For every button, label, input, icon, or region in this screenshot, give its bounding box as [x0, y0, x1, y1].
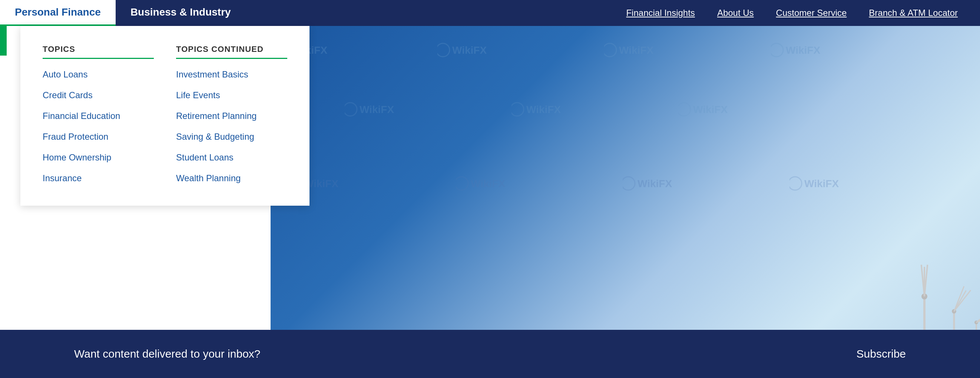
svg-line-30 — [946, 286, 973, 311]
watermark: WikiFX — [789, 174, 864, 196]
topic-retirement-planning[interactable]: Retirement Planning — [176, 111, 256, 121]
topics-dropdown: TOPICS Auto Loans Credit Cards Financial… — [21, 26, 310, 206]
list-item: Home Ownership — [43, 152, 154, 163]
svg-text:WikiFX: WikiFX — [619, 44, 654, 56]
list-item: Life Events — [176, 90, 287, 100]
list-item: Insurance — [43, 173, 154, 183]
tab-personal-finance[interactable]: Personal Finance — [0, 0, 116, 26]
nav-right-links: Financial Insights About Us Customer Ser… — [626, 0, 980, 26]
list-item: Auto Loans — [43, 69, 154, 80]
topics-col-1: TOPICS Auto Loans Credit Cards Financial… — [43, 44, 154, 183]
topic-student-loans[interactable]: Student Loans — [176, 152, 234, 162]
watermark: WikiFX — [604, 41, 678, 63]
svg-text:WikiFX: WikiFX — [693, 104, 728, 115]
topic-life-events[interactable]: Life Events — [176, 90, 220, 100]
svg-point-4 — [604, 43, 616, 57]
svg-point-6 — [771, 43, 783, 57]
watermark: WikiFX — [771, 41, 845, 63]
list-item: Investment Basics — [176, 69, 287, 80]
navigation-bar: Personal Finance Business & Industry Fin… — [0, 0, 980, 26]
svg-line-31 — [954, 290, 971, 311]
topic-investment-basics[interactable]: Investment Basics — [176, 69, 248, 79]
newsletter-text: Want content delivered to your inbox? — [74, 348, 261, 360]
green-accent-bar — [0, 26, 7, 56]
topic-credit-cards[interactable]: Credit Cards — [43, 90, 93, 100]
dropdown-columns: TOPICS Auto Loans Credit Cards Financial… — [43, 44, 287, 183]
list-item: Student Loans — [176, 152, 287, 163]
svg-line-35 — [976, 308, 980, 322]
svg-text:WikiFX: WikiFX — [804, 178, 839, 189]
svg-text:WikiFX: WikiFX — [360, 104, 394, 115]
svg-line-25 — [908, 265, 937, 297]
watermark: WikiFX — [456, 174, 530, 196]
topics-col1-title: TOPICS — [43, 44, 154, 59]
nav-link-financial-insights[interactable]: Financial Insights — [626, 8, 695, 18]
subscribe-button[interactable]: Subscribe — [857, 348, 906, 360]
svg-point-10 — [512, 103, 524, 116]
svg-point-8 — [345, 103, 357, 116]
topics-col1-list: Auto Loans Credit Cards Financial Educat… — [43, 69, 154, 183]
topics-col2-title: TOPICS CONTINUED — [176, 44, 287, 59]
watermark: WikiFX — [623, 174, 697, 196]
tab-business-industry[interactable]: Business & Industry — [116, 0, 246, 26]
topic-fraud-protection[interactable]: Fraud Protection — [43, 132, 108, 141]
topics-col-2: TOPICS CONTINUED Investment Basics Life … — [176, 44, 287, 183]
list-item: Wealth Planning — [176, 173, 287, 183]
list-item: Financial Education — [43, 111, 154, 121]
svg-text:WikiFX: WikiFX — [638, 178, 672, 189]
topic-financial-education[interactable]: Financial Education — [43, 111, 120, 121]
nav-link-about-us[interactable]: About Us — [717, 8, 754, 18]
nav-link-branch-atm[interactable]: Branch & ATM Locator — [869, 8, 958, 18]
list-item: Credit Cards — [43, 90, 154, 100]
watermark: WikiFX — [678, 100, 752, 122]
topic-insurance[interactable]: Insurance — [43, 173, 81, 183]
svg-point-16 — [456, 177, 468, 190]
topic-wealth-planning[interactable]: Wealth Planning — [176, 173, 240, 183]
hero-background: WikiFX WikiFX WikiFX WikiFX WikiFX WikiF… — [270, 26, 980, 378]
svg-point-18 — [623, 177, 635, 190]
watermark: WikiFX — [345, 100, 419, 122]
topic-auto-loans[interactable]: Auto Loans — [43, 69, 88, 79]
svg-line-26 — [912, 265, 940, 297]
watermark: WikiFX — [438, 41, 512, 63]
svg-text:WikiFX: WikiFX — [526, 104, 561, 115]
svg-point-2 — [438, 43, 450, 57]
nav-link-customer-service[interactable]: Customer Service — [776, 8, 847, 18]
svg-point-12 — [678, 103, 690, 116]
list-item: Fraud Protection — [43, 132, 154, 142]
footer-bar: Want content delivered to your inbox? Su… — [0, 330, 980, 378]
svg-point-20 — [789, 177, 802, 190]
svg-text:WikiFX: WikiFX — [786, 44, 820, 56]
svg-text:WikiFX: WikiFX — [471, 178, 505, 189]
list-item: Saving & Budgeting — [176, 132, 287, 142]
topic-home-ownership[interactable]: Home Ownership — [43, 152, 111, 162]
svg-text:WikiFX: WikiFX — [452, 44, 487, 56]
topic-saving-budgeting[interactable]: Saving & Budgeting — [176, 132, 254, 141]
topics-col2-list: Investment Basics Life Events Retirement… — [176, 69, 287, 183]
watermark: WikiFX — [512, 100, 585, 122]
list-item: Retirement Planning — [176, 111, 287, 121]
